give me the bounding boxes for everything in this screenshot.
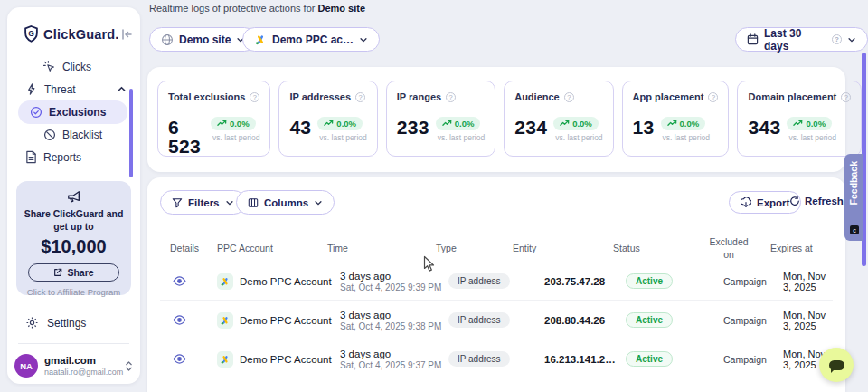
row-details-button[interactable] bbox=[173, 301, 186, 339]
stat-card: IP addresses ? 43 0.0% vs. last period bbox=[278, 81, 377, 157]
info-icon[interactable]: ? bbox=[446, 92, 456, 102]
columns-button[interactable]: Columns bbox=[236, 190, 335, 215]
brand-name: ClickGuard. bbox=[43, 27, 119, 42]
stat-label: Audience bbox=[514, 91, 560, 102]
info-icon[interactable]: ? bbox=[708, 92, 718, 102]
stat-value: 43 bbox=[289, 118, 311, 137]
promo-text-line2: get up to bbox=[16, 220, 131, 233]
entity-value: 203.75.47.28 bbox=[544, 276, 605, 287]
info-icon[interactable]: ? bbox=[250, 92, 259, 102]
affiliate-link[interactable]: Click to Affiliate Program bbox=[16, 287, 131, 297]
row-excluded-on: Campaign bbox=[723, 301, 767, 339]
type-badge: IP address bbox=[448, 273, 510, 289]
sidebar-item-threat[interactable]: Threat bbox=[25, 82, 127, 96]
google-ads-icon bbox=[217, 351, 233, 368]
account-switcher[interactable]: NA gmail.com naatali.ro@gmail.com bbox=[14, 354, 133, 378]
excluded-on-value: Campaign bbox=[723, 315, 767, 326]
table-row[interactable]: Demo PPC Account 3 days ago Sat, Oct 4, … bbox=[160, 262, 833, 301]
status-badge: Active bbox=[626, 351, 673, 367]
filter-icon bbox=[172, 197, 183, 208]
row-time: 3 days ago Sat, Oct 4, 2025 9:38 PM bbox=[340, 301, 441, 339]
chevron-updown-icon bbox=[125, 360, 133, 372]
stat-comparison: vs. last period bbox=[787, 133, 835, 142]
table-row[interactable]: Demo PPC Account 3 days ago Sat, Oct 4, … bbox=[160, 339, 833, 378]
col-time[interactable]: Time bbox=[327, 243, 348, 253]
sidebar-scrollbar[interactable] bbox=[129, 89, 133, 177]
col-type[interactable]: Type bbox=[436, 243, 457, 253]
trend-badge: 0.0% bbox=[436, 117, 481, 130]
account-name: Demo PPC Account bbox=[240, 354, 332, 365]
sidebar-item-label: Blacklist bbox=[62, 129, 102, 141]
trend-up-icon bbox=[442, 120, 452, 127]
brand-logo[interactable]: G ClickGuard. bbox=[24, 25, 119, 43]
time-absolute: Sat, Oct 4, 2025 9:37 PM bbox=[340, 360, 441, 370]
exclusions-icon bbox=[30, 106, 42, 119]
site-selector[interactable]: Demo site bbox=[149, 27, 257, 52]
trend-up-icon bbox=[324, 120, 334, 127]
chat-widget-button[interactable] bbox=[819, 348, 854, 382]
account-name: Demo PPC Account bbox=[240, 315, 332, 326]
sidebar-item-exclusions[interactable]: Exclusions bbox=[18, 100, 127, 124]
page-subtitle: Realtime logs of protective actions for … bbox=[149, 3, 365, 14]
filters-button[interactable]: Filters bbox=[160, 190, 246, 215]
collapse-sidebar-icon[interactable] bbox=[119, 27, 134, 42]
trend-up-icon bbox=[667, 120, 677, 127]
sidebar-item-label: Clicks bbox=[62, 61, 91, 73]
shield-logo-icon: G bbox=[24, 25, 39, 43]
row-type: IP address bbox=[448, 339, 510, 378]
info-icon[interactable]: ? bbox=[841, 92, 851, 102]
row-type: IP address bbox=[448, 262, 510, 301]
excluded-on-value: Campaign bbox=[723, 354, 767, 365]
col-status[interactable]: Status bbox=[613, 243, 640, 253]
columns-icon bbox=[248, 197, 259, 208]
col-expires-at[interactable]: Expires at bbox=[770, 243, 813, 253]
entity-identicon bbox=[525, 275, 538, 288]
refresh-button[interactable]: Refresh bbox=[789, 196, 844, 206]
table-row[interactable]: Demo PPC Account 3 days ago Sat, Oct 4, … bbox=[160, 301, 833, 339]
user-name: gmail.com bbox=[44, 355, 118, 368]
stat-value: 343 bbox=[748, 118, 780, 137]
sidebar-item-clicks[interactable]: Clicks bbox=[42, 60, 91, 73]
date-range-selector[interactable]: Last 30 days ? bbox=[735, 27, 868, 52]
refresh-button-label: Refresh bbox=[805, 196, 844, 206]
row-ppc-account: Demo PPC Account bbox=[217, 262, 332, 301]
stat-card: App placement ? 13 0.0% vs. last period bbox=[622, 81, 730, 157]
promo-text-line1: Share ClickGuard and bbox=[16, 207, 131, 220]
table-body: Demo PPC Account 3 days ago Sat, Oct 4, … bbox=[147, 262, 845, 378]
info-icon[interactable]: ? bbox=[564, 92, 574, 102]
entity-identicon bbox=[525, 314, 538, 327]
trend-badge: 0.0% bbox=[317, 117, 363, 130]
promo-amount: $10,000 bbox=[16, 236, 131, 257]
row-details-button[interactable] bbox=[173, 262, 186, 301]
feedback-tab[interactable]: Feedback c bbox=[844, 154, 863, 241]
avatar: NA bbox=[14, 354, 38, 378]
col-ppc-account[interactable]: PPC Account bbox=[217, 243, 273, 253]
settings-label: Settings bbox=[47, 317, 86, 330]
ppc-account-selector[interactable]: Demo PPC ac… bbox=[242, 27, 380, 52]
share-button[interactable]: Share bbox=[28, 263, 119, 282]
stat-card: Audience ? 234 0.0% vs. last period bbox=[504, 81, 613, 157]
time-relative: 3 days ago bbox=[340, 271, 391, 282]
row-expires-at: Mon, Nov 3, 2025 bbox=[783, 262, 833, 301]
share-button-label: Share bbox=[67, 267, 93, 278]
col-details[interactable]: Details bbox=[170, 243, 199, 253]
sidebar-item-blacklist[interactable]: Blacklist bbox=[43, 129, 102, 141]
row-ppc-account: Demo PPC Account bbox=[217, 301, 332, 339]
sidebar-divider bbox=[18, 343, 129, 344]
affiliate-promo-card[interactable]: Share ClickGuard and get up to $10,000 S… bbox=[16, 181, 131, 295]
col-entity[interactable]: Entity bbox=[513, 243, 536, 253]
type-badge: IP address bbox=[448, 312, 510, 328]
gear-icon bbox=[25, 316, 39, 330]
status-badge: Active bbox=[626, 312, 673, 328]
sidebar-item-reports[interactable]: Reports bbox=[25, 150, 81, 164]
reports-icon bbox=[25, 150, 37, 164]
sidebar-item-label: Exclusions bbox=[49, 106, 106, 119]
stat-comparison: vs. last period bbox=[553, 133, 602, 142]
export-icon bbox=[741, 197, 751, 208]
info-icon[interactable]: ? bbox=[355, 92, 365, 102]
expires-at-value: Mon, Nov 3, 2025 bbox=[783, 310, 833, 331]
help-icon: ? bbox=[832, 34, 842, 44]
col-excluded-on[interactable]: Excluded on bbox=[708, 236, 750, 261]
row-details-button[interactable] bbox=[173, 339, 186, 378]
sidebar-item-settings[interactable]: Settings bbox=[25, 316, 86, 330]
